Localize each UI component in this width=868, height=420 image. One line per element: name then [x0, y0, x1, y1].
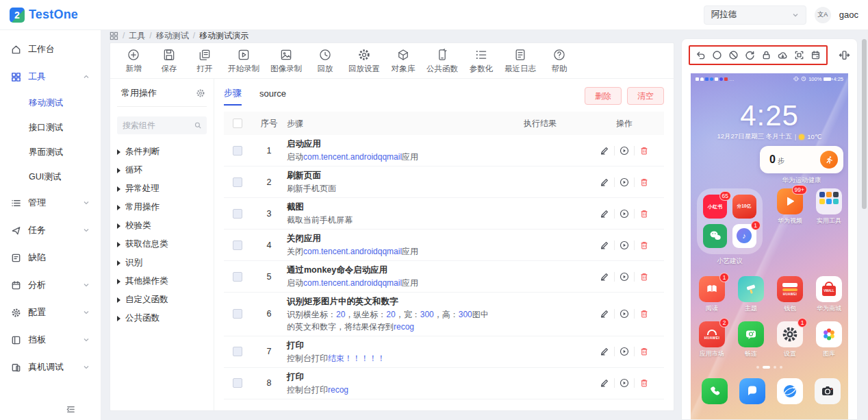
- row-checkbox[interactable]: [233, 272, 242, 282]
- component-search-input[interactable]: [123, 121, 190, 130]
- breadcrumb-grid-icon[interactable]: [110, 32, 118, 40]
- breadcrumb-mobile-test[interactable]: 移动测试: [156, 30, 189, 42]
- edit-icon[interactable]: [600, 378, 609, 388]
- tab-steps[interactable]: 步骤: [224, 87, 242, 106]
- app-gallery[interactable]: 图库: [810, 321, 847, 358]
- app-meetime[interactable]: 畅连: [732, 321, 769, 358]
- app-reader[interactable]: 1 阅读: [693, 276, 730, 313]
- run-step-icon[interactable]: [620, 272, 629, 282]
- tree-item-custom-func[interactable]: 自定义函数: [117, 291, 207, 309]
- schedule-icon[interactable]: [810, 50, 821, 60]
- app-jd[interactable]: 分10亿: [732, 195, 756, 219]
- messages-icon[interactable]: [739, 378, 765, 404]
- rotate-device-icon[interactable]: [839, 49, 850, 61]
- device-screen[interactable]: … 100% 4:25 4:25 12月27日星期三 冬月十五 | 10℃ 0 …: [691, 73, 848, 419]
- search-icon[interactable]: [194, 121, 201, 129]
- refresh-icon[interactable]: [745, 50, 755, 60]
- tree-item-other-ops[interactable]: 其他操作类: [117, 272, 207, 291]
- delete-row-icon[interactable]: [639, 347, 649, 356]
- browser-icon[interactable]: [777, 378, 803, 404]
- app-wechat[interactable]: [703, 224, 727, 248]
- breadcrumb-tools[interactable]: 工具: [129, 30, 145, 42]
- health-steps-widget[interactable]: 0 步: [760, 146, 843, 173]
- parameterize-button[interactable]: 参数化: [465, 48, 498, 74]
- app-folder[interactable]: 小红书 65 分10亿 ♪ 1: [697, 188, 763, 254]
- undo-icon[interactable]: [695, 50, 706, 60]
- sidebar-item-tools[interactable]: 工具: [0, 63, 101, 90]
- delete-button[interactable]: 删除: [585, 87, 622, 105]
- component-settings-gear-icon[interactable]: [196, 88, 205, 98]
- sidebar-item-real-device-debug[interactable]: 真机调试: [0, 354, 101, 381]
- page-scrollbar-thumb[interactable]: [862, 39, 867, 209]
- playback-button[interactable]: 回放: [309, 48, 342, 74]
- tab-source[interactable]: source: [259, 88, 286, 103]
- edit-icon[interactable]: [600, 347, 609, 356]
- row-checkbox[interactable]: [233, 240, 242, 250]
- tree-item-recognize[interactable]: 识别: [117, 254, 207, 272]
- save-button[interactable]: 保存: [153, 48, 186, 74]
- run-step-icon[interactable]: [620, 347, 629, 356]
- language-switch-icon[interactable]: 文A: [815, 7, 831, 23]
- edit-icon[interactable]: [600, 309, 609, 319]
- row-checkbox[interactable]: [233, 347, 242, 356]
- select-all-checkbox[interactable]: [233, 119, 242, 128]
- sidebar-item-config[interactable]: 配置: [0, 299, 101, 326]
- phone-icon[interactable]: [702, 378, 728, 404]
- edit-icon[interactable]: [600, 146, 609, 156]
- delete-row-icon[interactable]: [639, 272, 649, 282]
- tree-item-get-info[interactable]: 获取信息类: [117, 235, 207, 254]
- row-checkbox[interactable]: [233, 309, 242, 319]
- row-checkbox[interactable]: [233, 177, 242, 187]
- sidebar-item-mobile-test[interactable]: 移动测试: [0, 90, 101, 115]
- row-checkbox[interactable]: [233, 146, 242, 156]
- image-record-button[interactable]: 图像录制: [266, 48, 306, 74]
- app-settings[interactable]: 1 设置: [771, 321, 808, 358]
- edit-icon[interactable]: [600, 240, 609, 250]
- sidebar-item-gui-test[interactable]: GUI测试: [0, 164, 101, 189]
- playback-settings-button[interactable]: 回放设置: [344, 48, 384, 74]
- sidebar-item-manage[interactable]: 管理: [0, 189, 101, 217]
- sidebar-item-ui-test[interactable]: 界面测试: [0, 140, 101, 164]
- home-circle-icon[interactable]: [712, 50, 722, 60]
- camera-icon[interactable]: [815, 378, 841, 404]
- lock-icon[interactable]: [761, 50, 771, 60]
- tree-item-common-ops[interactable]: 常用操作: [117, 198, 207, 217]
- folder-utilities[interactable]: 实用工具: [810, 188, 847, 225]
- app-music[interactable]: ♪ 1: [732, 224, 756, 248]
- sidebar-item-workbench[interactable]: 工作台: [0, 36, 101, 63]
- delete-row-icon[interactable]: [639, 209, 649, 219]
- app-wallet[interactable]: HUAWEI 钱包: [771, 276, 808, 313]
- screenshot-icon[interactable]: [794, 50, 804, 60]
- edit-icon[interactable]: [600, 177, 609, 187]
- app-xiaohongshu[interactable]: 小红书 65: [703, 195, 727, 219]
- row-checkbox[interactable]: [233, 209, 242, 219]
- common-func-button[interactable]: 公共函数: [422, 48, 462, 74]
- new-button[interactable]: 新增: [117, 48, 150, 74]
- edit-icon[interactable]: [600, 209, 609, 219]
- delete-row-icon[interactable]: [639, 309, 649, 319]
- app-appgallery[interactable]: HUAWEI 2 应用市场: [693, 321, 730, 358]
- run-step-icon[interactable]: [620, 177, 629, 187]
- help-button[interactable]: 帮助: [543, 48, 576, 74]
- delete-row-icon[interactable]: [639, 177, 649, 187]
- cloud-sync-icon[interactable]: [778, 50, 788, 60]
- app-themes[interactable]: 主题: [732, 276, 769, 313]
- tree-item-public-func[interactable]: 公共函数: [117, 309, 207, 328]
- run-step-icon[interactable]: [620, 309, 629, 319]
- tree-item-condition[interactable]: 条件判断: [117, 143, 207, 161]
- object-repo-button[interactable]: 对象库: [387, 48, 420, 74]
- project-select[interactable]: 阿拉德: [704, 5, 806, 25]
- delete-row-icon[interactable]: [639, 146, 649, 156]
- delete-row-icon[interactable]: [639, 240, 649, 250]
- tree-item-exception[interactable]: 异常处理: [117, 180, 207, 198]
- row-checkbox[interactable]: [233, 378, 242, 388]
- app-huawei-video[interactable]: 99+ 华为视频: [771, 188, 808, 225]
- run-step-icon[interactable]: [620, 378, 629, 388]
- start-record-button[interactable]: 开始录制: [224, 48, 264, 74]
- sidebar-item-api-test[interactable]: 接口测试: [0, 115, 101, 140]
- app-huawei-store[interactable]: VMALL 华为商城: [810, 276, 847, 313]
- clear-button[interactable]: 清空: [627, 87, 664, 105]
- recent-log-button[interactable]: 最近日志: [500, 48, 540, 74]
- username[interactable]: gaoc: [839, 10, 858, 20]
- sidebar-item-analysis[interactable]: 分析: [0, 271, 101, 299]
